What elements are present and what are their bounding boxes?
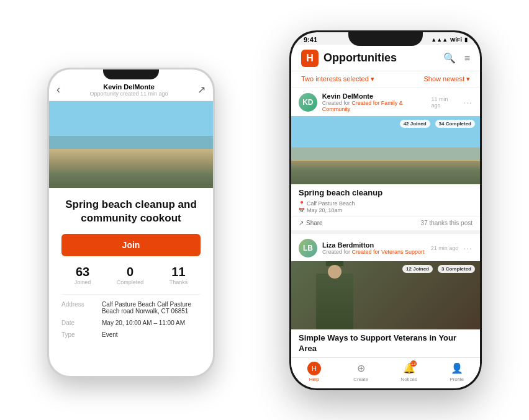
date-value: May 20, 10:00 AM – 11:00 AM xyxy=(102,319,185,326)
detail-post-title: Spring beach cleanup and community cooko… xyxy=(61,198,201,225)
share-icon-1: ↗ xyxy=(299,220,304,226)
search-icon[interactable]: 🔍 xyxy=(443,52,456,64)
scene: 9:41 ▲▲▲ WiFi ▮ H Opportunities 🔍 ≡ xyxy=(47,18,482,403)
avatar-1: KD xyxy=(299,93,317,112)
address-value: Calf Pasture Beach Calf Pasture Beach ro… xyxy=(102,301,201,315)
filter-bar: Two interests selected ▾ Show newest ▾ xyxy=(291,71,480,87)
post-header-1: KD Kevin DelMonte Created for Created fo… xyxy=(291,87,480,116)
nav-help[interactable]: H Help xyxy=(307,362,321,382)
date-label: Date xyxy=(61,319,96,326)
logo-circle: H xyxy=(301,50,319,67)
joined-badge-1: 42 Joined xyxy=(400,120,430,128)
menu-icon[interactable]: ≡ xyxy=(464,53,470,64)
create-icon: ⊕ xyxy=(357,362,365,375)
bottom-nav: H Help ⊕ Create 🔔 13 Notices 👤 xyxy=(291,357,480,388)
post-image-1: 42 Joined 34 Completed xyxy=(291,116,480,184)
joined-badge-2: 12 Joined xyxy=(402,265,433,273)
veteran-figure xyxy=(316,274,353,329)
nav-logo: H xyxy=(312,365,317,372)
notices-icon: 🔔 13 xyxy=(403,362,415,375)
user-sub-1: Created for Created for Family & Communi… xyxy=(322,100,432,112)
info-type: Type Event xyxy=(61,331,201,338)
detail-beach-image xyxy=(49,101,213,188)
app-header: H Opportunities 🔍 ≡ xyxy=(291,45,480,71)
type-value: Event xyxy=(102,331,118,338)
stat-joined-num: 63 xyxy=(75,265,91,279)
veteran-head xyxy=(328,265,341,279)
avatar-2: LB xyxy=(299,239,317,257)
stats-overlay-2: 12 Joined 3 Completed xyxy=(402,265,475,273)
app-logo: H Opportunities xyxy=(301,50,397,67)
filter-right[interactable]: Show newest ▾ xyxy=(424,75,470,83)
post-dots-1[interactable]: ··· xyxy=(463,97,472,107)
signal-icon: ▲▲▲ xyxy=(431,37,448,43)
post-body-1: Spring beach cleanup 📍 Calf Pasture Beac… xyxy=(291,184,480,217)
stat-completed: 0 Completed xyxy=(117,265,144,285)
stat-thanks-num: 11 xyxy=(170,265,188,279)
post-header-2: LB Liza Berdmitton Created for Created f… xyxy=(291,234,480,261)
post-time-2: 21 min ago xyxy=(431,245,459,251)
post-card-2: LB Liza Berdmitton Created for Created f… xyxy=(291,234,480,375)
header-icons: 🔍 ≡ xyxy=(443,52,470,64)
post-meta-1: 📍 Calf Pasture Beach 📅 May 20, 10am xyxy=(299,200,472,213)
post-time-1: 11 min ago xyxy=(432,96,459,109)
filter-left[interactable]: Two interests selected ▾ xyxy=(301,75,374,83)
post-location-1: 📍 Calf Pasture Beach xyxy=(299,200,472,207)
post-image-2: 12 Joined 3 Completed xyxy=(291,261,480,329)
profile-icon: 👤 xyxy=(451,362,463,375)
post-user-2: LB Liza Berdmitton Created for Created f… xyxy=(299,239,425,257)
post-card-1: KD Kevin DelMonte Created for Created fo… xyxy=(291,87,480,231)
post-user-1: KD Kevin DelMonte Created for Created fo… xyxy=(299,92,432,112)
post-text-1: Spring beach cleanup 📍 Calf Pasture Beac… xyxy=(299,188,472,215)
location-icon-1: 📍 xyxy=(299,201,305,207)
nav-profile[interactable]: 👤 Profile xyxy=(450,362,464,382)
detail-info: Address Calf Pasture Beach Calf Pasture … xyxy=(61,294,201,338)
notch xyxy=(348,32,423,46)
type-label: Type xyxy=(61,331,96,338)
post-dots-2[interactable]: ··· xyxy=(463,243,472,253)
user-sub-2: Created for Created for Veterans Support xyxy=(322,249,425,255)
share-btn-1[interactable]: ↗ Share xyxy=(299,220,323,226)
detail-body: Spring beach cleanup and community cooko… xyxy=(49,188,213,351)
detail-user-name: Kevin DelMonte xyxy=(89,83,168,91)
completed-badge-1: 34 Completed xyxy=(435,120,475,128)
front-notch xyxy=(103,69,159,79)
nav-notices[interactable]: 🔔 13 Notices xyxy=(400,362,417,382)
detail-user: Kevin DelMonte Opportunity created 11 mi… xyxy=(89,83,168,97)
beach-water xyxy=(291,148,480,160)
phone-back: 9:41 ▲▲▲ WiFi ▮ H Opportunities 🔍 ≡ xyxy=(289,30,482,390)
detail-stats-row: 63 Joined 0 Completed 11 Thanks xyxy=(61,265,201,285)
stat-completed-label: Completed xyxy=(117,279,144,285)
stat-thanks: 11 Thanks xyxy=(170,265,188,285)
user-name-2: Liza Berdmitton xyxy=(322,241,425,249)
back-button[interactable]: ‹ xyxy=(57,83,60,96)
detail-share-icon[interactable]: ↗ xyxy=(197,84,206,96)
post-title-1: Spring beach cleanup xyxy=(299,188,472,199)
stat-completed-num: 0 xyxy=(117,265,144,279)
user-name-1: Kevin DelMonte xyxy=(322,92,432,100)
feed: KD Kevin DelMonte Created for Created fo… xyxy=(291,87,480,375)
info-date: Date May 20, 10:00 AM – 11:00 AM xyxy=(61,319,201,326)
stat-joined-label: Joined xyxy=(75,279,91,285)
thanks-1: 37 thanks this post xyxy=(421,220,472,226)
phone-front: ‹ Kevin DelMonte Opportunity created 11 … xyxy=(47,68,215,378)
post-footer-1: ↗ Share 37 thanks this post xyxy=(291,217,480,230)
info-address: Address Calf Pasture Beach Calf Pasture … xyxy=(61,301,201,315)
stat-joined: 63 Joined xyxy=(75,265,91,285)
stats-overlay-1: 42 Joined 34 Completed xyxy=(400,120,475,128)
post-title-2: Simple Ways to Support Veterans in Your … xyxy=(299,333,472,354)
address-label: Address xyxy=(61,301,96,315)
battery-icon: ▮ xyxy=(464,37,468,43)
help-icon: H xyxy=(307,362,321,375)
nav-create[interactable]: ⊕ Create xyxy=(353,362,368,382)
user-info-2: Liza Berdmitton Created for Created for … xyxy=(322,241,425,255)
post-date-1: 📅 May 20, 10am xyxy=(299,207,472,213)
stat-thanks-label: Thanks xyxy=(170,279,188,285)
wifi-icon: WiFi xyxy=(450,37,462,43)
app-title: Opportunities xyxy=(323,51,397,65)
notice-badge-dot: 13 xyxy=(410,360,417,367)
time: 9:41 xyxy=(304,36,317,43)
completed-badge-2: 3 Completed xyxy=(438,265,475,273)
detail-user-sub: Opportunity created 11 min ago xyxy=(89,91,168,97)
join-button[interactable]: Join xyxy=(61,234,201,256)
